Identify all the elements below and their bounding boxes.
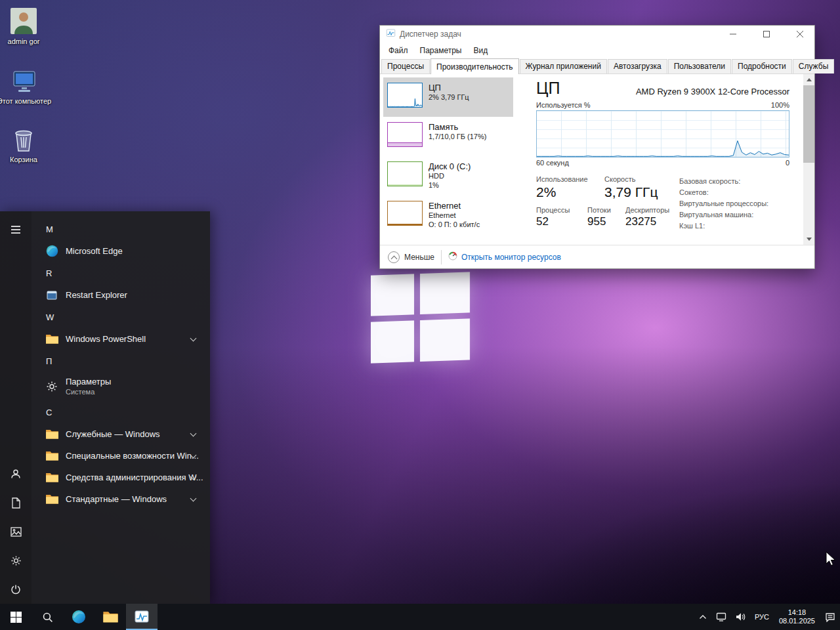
section-header[interactable]: R (32, 262, 210, 284)
tray-network-icon[interactable] (711, 604, 731, 630)
menu-view[interactable]: Вид (467, 44, 494, 57)
chevron-down-icon[interactable] (190, 430, 197, 436)
start-menu-rail (0, 211, 32, 604)
tray-date: 08.01.2025 (779, 617, 815, 625)
cpu-info-labels: Базовая скорость: Сокетов: Виртуальные п… (679, 175, 789, 232)
taskbar-task-manager-icon[interactable] (126, 604, 158, 630)
info-virtual-processors: Виртуальные процессоры: (679, 198, 789, 209)
desktop-icon-label: Этот компьютер (0, 97, 51, 105)
start-item-windows-system[interactable]: Служебные — Windows (32, 423, 210, 445)
stat-label: Потоки (587, 206, 625, 214)
start-item-label: Restart Explorer (66, 290, 127, 300)
sidebar-memory-title: Память (429, 122, 486, 132)
scroll-thumb[interactable] (803, 85, 814, 163)
tab-services[interactable]: Службы (793, 59, 834, 74)
chevron-down-icon[interactable] (190, 495, 197, 501)
start-item-windows-powershell[interactable]: Windows PowerShell (32, 328, 210, 350)
ethernet-mini-graph (387, 201, 423, 226)
sidebar-disk-stats: 1% (429, 180, 471, 190)
pictures-icon[interactable] (0, 517, 32, 546)
tab-users[interactable]: Пользователи (668, 59, 731, 74)
cpu-detail-panel: ЦП AMD Ryzen 9 3900X 12-Core Processor И… (536, 79, 789, 232)
taskbar: РУС 14:18 08.01.2025 (0, 604, 840, 630)
minimize-button[interactable] (718, 26, 747, 43)
collapse-button[interactable]: Меньше (388, 251, 434, 263)
sidebar-cpu-title: ЦП (429, 83, 469, 93)
mouse-cursor (826, 551, 837, 570)
tray-clock[interactable]: 14:18 08.01.2025 (774, 604, 820, 630)
tab-app-history[interactable]: Журнал приложений (520, 59, 607, 74)
sidebar-item-disk[interactable]: Диск 0 (C:) HDD 1% (383, 156, 513, 196)
start-item-ease-of-access[interactable]: Специальные возможности Win... (32, 445, 210, 467)
scroll-down-arrow[interactable] (803, 234, 814, 245)
sidebar-ethernet-title: Ethernet (429, 201, 480, 211)
start-item-windows-accessories[interactable]: Стандартные — Windows (32, 488, 210, 510)
sidebar-item-memory[interactable]: Память 1,7/10,0 ГБ (17%) (383, 117, 513, 156)
start-button[interactable] (0, 604, 32, 630)
sidebar-item-ethernet[interactable]: Ethernet Ethernet О: 0 П: 0 кбит/с (383, 196, 513, 235)
tab-processes[interactable]: Процессы (381, 59, 430, 74)
tray-chevron-up-icon[interactable] (694, 604, 711, 630)
start-item-restart-explorer[interactable]: Restart Explorer (32, 284, 210, 306)
close-button[interactable] (785, 26, 814, 43)
sidebar-disk-type: HDD (429, 171, 471, 180)
tab-details[interactable]: Подробности (732, 59, 792, 74)
task-manager-app-icon (386, 28, 396, 41)
chevron-down-icon[interactable] (190, 335, 197, 341)
performance-pane: ЦП 2% 3,79 ГГц Память 1,7/10,0 ГБ (17%) … (380, 74, 814, 245)
desktop-icon-this-pc[interactable]: Этот компьютер (0, 70, 52, 105)
scroll-up-arrow[interactable] (803, 74, 814, 85)
menu-options[interactable]: Параметры (414, 44, 468, 57)
taskbar-edge-icon[interactable] (63, 604, 94, 630)
desktop-icon-label: admin gor (8, 37, 40, 45)
user-icon[interactable] (0, 459, 32, 488)
start-item-label: Windows PowerShell (66, 334, 146, 344)
documents-icon[interactable] (0, 488, 32, 517)
start-item-label: Стандартные — Windows (66, 494, 167, 504)
system-tray: РУС 14:18 08.01.2025 (694, 604, 840, 630)
tray-volume-icon[interactable] (731, 604, 750, 630)
performance-sidebar: ЦП 2% 3,79 ГГц Память 1,7/10,0 ГБ (17%) … (383, 77, 513, 235)
section-header[interactable]: П (32, 350, 210, 372)
start-item-admin-tools[interactable]: Средства администрирования W... (32, 467, 210, 488)
sidebar-item-cpu[interactable]: ЦП 2% 3,79 ГГц (383, 77, 513, 117)
settings-icon[interactable] (0, 546, 32, 575)
start-menu: M Microsoft Edge R Restart Explorer W Wi… (0, 211, 210, 604)
section-header[interactable]: С (32, 401, 210, 423)
section-header[interactable]: W (32, 306, 210, 328)
desktop-icon-label: Корзина (10, 156, 37, 163)
section-header[interactable]: M (32, 218, 210, 240)
title-bar[interactable]: Диспетчер задач (380, 26, 814, 43)
resource-monitor-link[interactable]: Открыть монитор ресурсов (448, 251, 561, 262)
desktop-icon-recycle-bin[interactable]: Корзина (0, 127, 51, 163)
power-icon[interactable] (0, 575, 32, 604)
start-item-settings[interactable]: Параметры Система (32, 372, 210, 401)
search-button[interactable] (32, 604, 63, 630)
hamburger-menu-icon[interactable] (0, 215, 32, 244)
start-item-label: Специальные возможности Win... (66, 451, 199, 461)
scrollbar[interactable] (803, 74, 814, 245)
wallpaper-windows-logo (371, 272, 471, 363)
maximize-button[interactable] (751, 26, 781, 43)
memory-mini-graph (387, 122, 423, 147)
desktop-icon-user[interactable]: admin gor (0, 8, 51, 45)
task-manager-footer: Меньше Открыть монитор ресурсов (380, 245, 814, 268)
folder-icon (45, 494, 59, 505)
start-item-microsoft-edge[interactable]: Microsoft Edge (32, 240, 210, 262)
cpu-usage-graph[interactable] (536, 110, 789, 158)
taskbar-file-explorer-icon[interactable] (94, 604, 126, 630)
tab-startup[interactable]: Автозагрузка (608, 59, 667, 74)
edge-icon (45, 244, 59, 258)
menu-bar: Файл Параметры Вид (380, 43, 814, 58)
stat-speed-value: 3,79 ГГц (604, 184, 679, 200)
gear-icon (45, 381, 59, 392)
folder-icon (45, 450, 59, 461)
app-window-icon (45, 289, 59, 301)
tab-performance[interactable]: Производительность (430, 58, 518, 74)
menu-file[interactable]: Файл (383, 44, 414, 57)
tray-language-indicator[interactable]: РУС (750, 604, 774, 630)
tray-action-center-icon[interactable] (820, 604, 840, 630)
info-base-speed: Базовая скорость: (679, 176, 789, 187)
desktop: admin gor Этот компьютер Корзина Диспетч… (0, 0, 840, 630)
start-menu-app-list: M Microsoft Edge R Restart Explorer W Wi… (32, 211, 210, 604)
